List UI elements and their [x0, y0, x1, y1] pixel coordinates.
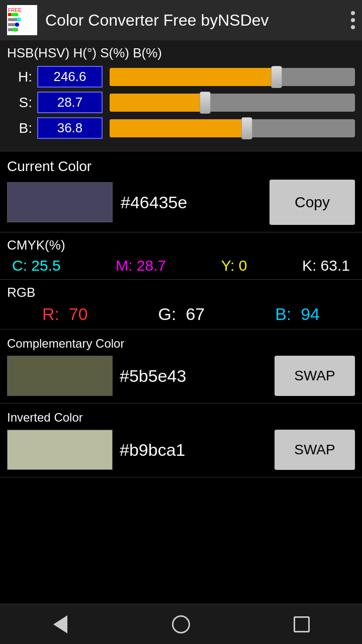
inverted-swap-button[interactable]: SWAP: [275, 430, 355, 470]
complementary-row: #5b5e43 SWAP: [7, 356, 355, 396]
inverted-hex: #b9bca1: [120, 440, 267, 460]
hsb-header: HSB(HSV) H(°) S(%) B(%): [7, 45, 355, 61]
app-title: Color Converter Free byNSDev: [45, 11, 351, 30]
dot-icon: [351, 11, 355, 15]
current-color-swatch: [7, 182, 113, 222]
cmyk-header: CMYK(%): [7, 237, 355, 253]
cmyk-values: C: 25.5 M: 28.7 Y: 0 K: 63.1: [7, 257, 355, 274]
svg-point-5: [17, 18, 21, 22]
bottom-navigation: [0, 604, 362, 644]
hsb-section: HSB(HSV) H(°) S(%) B(%) H: 246.6 S: 28.7…: [0, 40, 362, 151]
hsb-s-value[interactable]: 28.7: [37, 92, 103, 113]
dot-icon: [351, 25, 355, 29]
hsb-h-value[interactable]: 246.6: [37, 66, 103, 88]
cmyk-c-value: C: 25.5: [12, 257, 61, 274]
cmyk-m-value: M: 28.7: [116, 257, 166, 274]
rgb-section: RGB R: 70 G: 67 B: 94: [0, 280, 362, 330]
hsb-b-slider[interactable]: [110, 119, 355, 137]
inverted-row: #b9bca1 SWAP: [7, 430, 355, 470]
complementary-header: Complementary Color: [7, 337, 355, 351]
recents-icon: [294, 616, 310, 632]
cmyk-y-value: Y: 0: [221, 257, 247, 274]
home-icon: [172, 615, 190, 633]
rgb-header: RGB: [7, 285, 355, 300]
hsb-h-slider[interactable]: [110, 68, 355, 86]
complementary-section: Complementary Color #5b5e43 SWAP: [0, 330, 362, 404]
inverted-section: Inverted Color #b9bca1 SWAP: [0, 404, 362, 477]
home-button[interactable]: [161, 609, 201, 639]
app-icon: FREE: [7, 5, 37, 35]
inverted-swatch: [7, 430, 113, 470]
hsb-b-row: B: 36.8: [7, 117, 355, 139]
current-color-hex: #46435e: [121, 193, 261, 212]
svg-point-7: [15, 23, 19, 27]
complementary-swatch: [7, 356, 113, 396]
svg-point-9: [13, 28, 17, 32]
svg-text:FREE: FREE: [8, 8, 22, 13]
rgb-b-value: B: 94: [275, 304, 320, 324]
hsb-b-label: B:: [7, 120, 32, 136]
hsb-h-row: H: 246.6: [7, 66, 355, 88]
top-bar: FREE Color Converter Free byNSDev: [0, 0, 362, 40]
hsb-s-slider[interactable]: [110, 94, 355, 112]
complementary-swap-button[interactable]: SWAP: [275, 356, 355, 396]
rgb-r-value: R: 70: [42, 304, 88, 324]
current-color-section: Current Color #46435e Copy: [0, 151, 362, 232]
hsb-b-value[interactable]: 36.8: [37, 117, 103, 139]
recents-button[interactable]: [282, 609, 322, 639]
hsb-s-label: S:: [7, 95, 32, 111]
cmyk-section: CMYK(%) C: 25.5 M: 28.7 Y: 0 K: 63.1: [0, 232, 362, 280]
inverted-header: Inverted Color: [7, 411, 355, 425]
empty-space: [0, 477, 362, 604]
svg-rect-3: [8, 13, 11, 16]
copy-button[interactable]: Copy: [269, 180, 355, 225]
svg-rect-4: [8, 18, 18, 21]
hsb-h-label: H:: [7, 69, 32, 85]
current-color-label: Current Color: [7, 158, 355, 175]
dot-icon: [351, 18, 355, 22]
rgb-values: R: 70 G: 67 B: 94: [7, 304, 355, 324]
cmyk-k-value: K: 63.1: [302, 257, 350, 274]
hsb-s-row: S: 28.7: [7, 92, 355, 113]
rgb-g-value: G: 67: [158, 304, 205, 324]
back-icon: [53, 615, 67, 633]
back-button[interactable]: [40, 609, 80, 639]
complementary-hex: #5b5e43: [120, 366, 267, 386]
overflow-menu-button[interactable]: [351, 11, 355, 29]
